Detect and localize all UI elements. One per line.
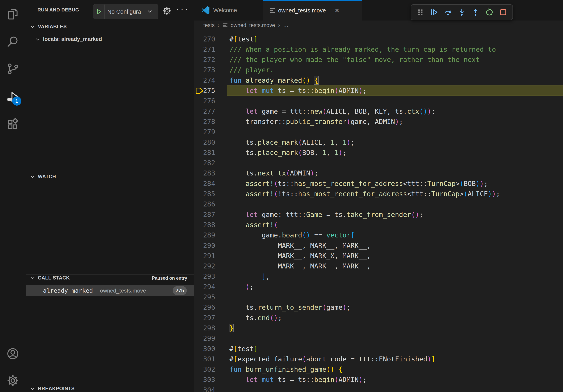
chevron-down-icon (30, 275, 35, 280)
line-number[interactable]: 270 (194, 34, 218, 44)
line-number[interactable]: 281 (194, 147, 218, 158)
explorer-icon[interactable] (6, 8, 20, 21)
section-variables[interactable]: VARIABLES (30, 24, 67, 29)
line-number[interactable]: 297 (194, 313, 218, 323)
line-number[interactable]: 296 (194, 302, 218, 313)
line-number[interactable]: 287 (194, 209, 218, 220)
line-number[interactable]: 272 (194, 54, 218, 65)
section-watch[interactable]: WATCH (30, 174, 56, 179)
code-line: #[expected_failure(abort_code = ttt::ENo… (230, 354, 435, 364)
chevron-down-icon (30, 386, 35, 391)
line-number[interactable]: 304 (194, 385, 218, 392)
debug-toolbar (411, 4, 513, 20)
section-breakpoints[interactable]: BREAKPOINTS (30, 386, 75, 392)
line-number[interactable]: 298 (194, 323, 218, 333)
line-number[interactable]: 295 (194, 292, 218, 302)
debug-step-marker-icon (195, 87, 204, 94)
line-number[interactable]: 288 (194, 220, 218, 230)
line-number[interactable]: 286 (194, 199, 218, 209)
breadcrumb: tests › owned_tests.move › … (194, 21, 563, 30)
line-number[interactable]: 292 (194, 261, 218, 271)
line-number[interactable]: 301 (194, 354, 218, 364)
tab-label: owned_tests.move (278, 7, 326, 14)
extensions-icon[interactable] (6, 118, 20, 131)
tab-owned-tests[interactable]: owned_tests.move ✕ (263, 0, 362, 21)
chevron-right-icon: › (218, 22, 219, 28)
line-number[interactable]: 285 (194, 189, 218, 199)
line-number[interactable]: 290 (194, 240, 218, 251)
code-line: fun already_marked() { (230, 75, 318, 85)
code-line: } (230, 323, 233, 333)
line-number[interactable]: 294 (194, 282, 218, 292)
restart-icon[interactable] (485, 8, 494, 17)
line-number[interactable]: 302 (194, 364, 218, 374)
section-label: WATCH (38, 174, 56, 179)
debug-config-dropdown[interactable]: No Configura (93, 4, 158, 19)
line-number[interactable]: 282 (194, 158, 218, 168)
tab-welcome[interactable]: Welcome (194, 0, 263, 21)
line-number[interactable]: 303 (194, 374, 218, 385)
start-debug-icon[interactable] (93, 5, 104, 19)
frame-line-badge: 275 (173, 286, 187, 295)
breadcrumb-symbol[interactable]: … (283, 22, 288, 28)
chevron-down-icon (30, 24, 35, 29)
code-line: MARK__, MARK_X, MARK__, (230, 251, 371, 261)
code-line: ts.return_to_sender(game); (230, 302, 351, 313)
code-line: assert!(!ts::has_most_recent_for_address… (230, 189, 500, 199)
line-number[interactable]: 284 (194, 178, 218, 189)
move-file-icon (270, 8, 275, 13)
panel-title: RUN AND DEBUG (38, 7, 79, 13)
breadcrumb-folder[interactable]: tests (203, 22, 215, 28)
line-number[interactable]: 274 (194, 75, 218, 85)
code-line: ts.next_tx(ADMIN); (230, 168, 318, 178)
line-number[interactable]: 291 (194, 251, 218, 261)
line-number[interactable]: 277 (194, 106, 218, 117)
call-stack-frame[interactable]: already_marked owned_tests.move 275 (26, 285, 194, 296)
code-line: #[test] (230, 34, 258, 44)
step-over-icon[interactable] (443, 8, 452, 17)
line-number[interactable]: 299 (194, 333, 218, 343)
debug-session-badge: 1 (12, 96, 21, 105)
code-line: ts.end(); (230, 313, 282, 323)
line-number[interactable]: 300 (194, 344, 218, 354)
breadcrumb-file[interactable]: owned_tests.move (230, 22, 275, 28)
frame-function: already_marked (43, 287, 93, 294)
code-line: let game: ttt::Game = ts.take_from_sende… (230, 209, 423, 220)
code-line: MARK__, MARK__, MARK__, (230, 240, 371, 251)
section-call-stack[interactable]: CALL STACK (30, 275, 70, 281)
section-label: VARIABLES (38, 24, 67, 29)
line-number[interactable]: 293 (194, 271, 218, 281)
code-line: ); (230, 282, 254, 292)
activity-bar: 1 (0, 0, 26, 392)
line-number[interactable]: 273 (194, 65, 218, 75)
more-actions-icon[interactable]: ··· (176, 3, 189, 14)
divider (26, 274, 194, 274)
continue-icon[interactable] (430, 8, 439, 17)
code-line: ts.place_mark(ALICE, 1, 1); (230, 137, 355, 147)
code-line: /// the player who made the "false" move… (230, 54, 480, 65)
code-line: assert!(ts::has_most_recent_for_address<… (230, 178, 488, 189)
close-icon[interactable]: ✕ (334, 7, 340, 14)
line-number[interactable]: 276 (194, 96, 218, 106)
line-number[interactable]: 280 (194, 137, 218, 147)
line-number[interactable]: 283 (194, 168, 218, 178)
variables-scope-locals[interactable]: locals: already_marked (35, 36, 102, 42)
account-icon[interactable] (6, 347, 20, 360)
line-number[interactable]: 278 (194, 117, 218, 127)
code-line: ts.place_mark(BOB, 1, 1); (230, 147, 346, 158)
step-out-icon[interactable] (471, 8, 480, 17)
section-label: CALL STACK (38, 275, 70, 281)
gear-icon[interactable] (162, 6, 172, 16)
settings-gear-icon[interactable] (6, 374, 20, 387)
line-number[interactable]: 279 (194, 127, 218, 137)
line-number[interactable]: 271 (194, 44, 218, 54)
code-line: let mut ts = ts::begin(ADMIN); (230, 374, 367, 385)
step-into-icon[interactable] (457, 8, 466, 17)
gripper-icon[interactable] (416, 8, 425, 17)
chevron-down-icon (30, 174, 35, 179)
source-control-icon[interactable] (6, 62, 20, 75)
code-line: game.board() == vector[ (230, 230, 355, 240)
stop-icon[interactable] (499, 8, 508, 17)
line-number[interactable]: 289 (194, 230, 218, 240)
search-icon[interactable] (6, 35, 20, 49)
